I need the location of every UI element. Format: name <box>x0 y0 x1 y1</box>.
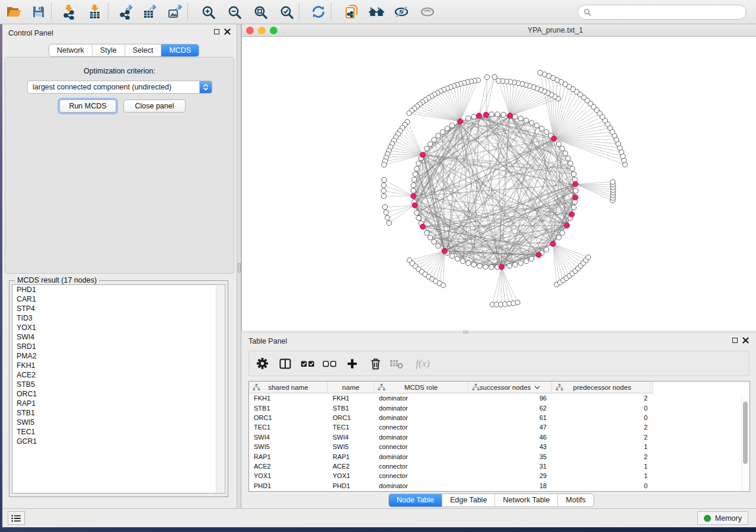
cell-role: connector <box>374 424 468 431</box>
table-row[interactable]: ACE2ACE2connector311 <box>249 462 749 471</box>
cell-shared: RAP1 <box>249 453 328 460</box>
mcds-result-item[interactable]: STB1 <box>12 408 225 418</box>
mcds-result-item[interactable]: GCR1 <box>12 437 225 446</box>
table-row[interactable]: RAP1RAP1dominator352 <box>249 451 749 461</box>
import-table-icon[interactable] <box>87 3 104 21</box>
column-header-successor-nodes[interactable]: successor nodes <box>468 382 552 393</box>
hide-annotations-icon[interactable] <box>393 3 410 21</box>
mcds-result-item[interactable]: TEC1 <box>12 427 225 437</box>
mcds-result-item[interactable]: ORC1 <box>12 389 225 399</box>
mcds-result-item[interactable]: STB5 <box>12 380 225 389</box>
column-header-name[interactable]: name <box>328 382 374 393</box>
zoom-out-icon[interactable] <box>225 3 243 21</box>
mcds-result-item[interactable]: SWI4 <box>12 332 225 342</box>
apply-layout-icon[interactable] <box>310 3 327 21</box>
memory-status-icon <box>704 515 711 522</box>
show-columns-icon[interactable] <box>278 357 292 371</box>
node-table[interactable]: shared namenameMCDS rolesuccessor nodesp… <box>248 381 750 492</box>
zoom-selected-icon[interactable] <box>277 3 295 21</box>
control-panel-tabs: NetworkStyleSelectMCDS <box>49 44 199 57</box>
deselect-all-rows-icon[interactable] <box>323 357 337 371</box>
scrollbar-thumb[interactable] <box>743 402 748 464</box>
table-panel-title: Table Panel <box>248 337 287 345</box>
delete-table-icon[interactable] <box>390 357 404 371</box>
select-stepper-icon <box>199 81 212 93</box>
import-network-icon[interactable] <box>60 3 78 21</box>
mcds-result-item[interactable]: FKH1 <box>12 361 225 370</box>
toolbar-separator <box>108 4 109 20</box>
mcds-result-item[interactable]: PHD1 <box>12 285 225 294</box>
mcds-result-item[interactable]: TID3 <box>12 313 225 323</box>
cell-name: ACE2 <box>328 463 374 470</box>
vertical-splitter[interactable] <box>237 24 241 508</box>
cell-role: dominator <box>374 405 468 412</box>
float-window-icon[interactable] <box>732 338 738 343</box>
search-box[interactable] <box>578 5 747 20</box>
mcds-result-item[interactable]: RAP1 <box>12 399 225 408</box>
export-network-icon[interactable] <box>117 3 135 21</box>
mcds-result-item[interactable]: SRD1 <box>12 342 225 351</box>
column-header-predecessor-nodes[interactable]: predecessor nodes <box>552 382 653 393</box>
network-titlebar[interactable]: YPA_prune.txt_1 <box>242 24 756 37</box>
table-settings-gear-icon[interactable] <box>255 357 269 371</box>
tab-select[interactable]: Select <box>125 44 161 56</box>
home-icon[interactable] <box>368 3 385 21</box>
network-canvas[interactable] <box>242 37 756 331</box>
mcds-result-item[interactable]: STP4 <box>12 304 225 313</box>
table-row[interactable]: ORC1ORC1dominator610 <box>249 413 749 422</box>
tab-motifs[interactable]: Motifs <box>557 494 593 507</box>
hierarchy-icon <box>556 383 563 391</box>
table-row[interactable]: PHD1PHD1dominator180 <box>249 481 749 491</box>
memory-button[interactable]: Memory <box>697 511 748 525</box>
cell-role: dominator <box>374 434 468 441</box>
close-icon[interactable] <box>224 28 231 35</box>
splitter-handle[interactable] <box>238 263 241 273</box>
column-header-MCDS-role[interactable]: MCDS role <box>374 382 468 393</box>
close-panel-button[interactable]: Close panel <box>123 100 186 113</box>
show-annotations-icon[interactable] <box>419 3 436 21</box>
search-input[interactable] <box>595 7 741 17</box>
cell-role: connector <box>374 472 468 479</box>
tab-style[interactable]: Style <box>92 44 125 56</box>
function-builder-icon[interactable]: f(x) <box>412 357 433 371</box>
tab-edge-table[interactable]: Edge Table <box>442 494 495 507</box>
task-history-button[interactable] <box>8 511 25 525</box>
save-session-icon[interactable] <box>30 3 47 21</box>
run-mcds-button[interactable]: Run MCDS <box>59 100 116 113</box>
zoom-fit-icon[interactable] <box>251 3 269 21</box>
zoom-in-icon[interactable] <box>199 3 217 21</box>
cell-role: dominator <box>374 414 468 421</box>
cell-name: PHD1 <box>328 482 374 489</box>
table-row[interactable]: YOX1YOX1connector291 <box>249 471 749 480</box>
delete-column-trash-icon[interactable] <box>368 357 382 371</box>
criterion-select[interactable]: largest connected component (undirected) <box>27 81 212 94</box>
create-column-icon[interactable] <box>345 357 359 371</box>
table-row[interactable]: FKH1FKH1dominator962 <box>249 393 749 403</box>
export-image-icon[interactable] <box>166 3 184 21</box>
tab-network[interactable]: Network <box>49 44 92 56</box>
mcds-result-item[interactable]: CAR1 <box>12 294 225 304</box>
cell-succ: 43 <box>468 443 552 450</box>
scrollbar-track[interactable] <box>741 394 749 491</box>
tab-network-table[interactable]: Network Table <box>495 494 557 507</box>
mcds-result-item[interactable]: PMA2 <box>12 351 225 361</box>
tab-node-table[interactable]: Node Table <box>389 494 442 507</box>
open-file-icon[interactable] <box>5 3 23 21</box>
scrollbar-track[interactable] <box>216 286 224 492</box>
sort-desc-icon[interactable] <box>534 385 540 390</box>
column-header-shared-name[interactable]: shared name <box>249 382 328 393</box>
export-table-icon[interactable] <box>141 3 159 21</box>
table-row[interactable]: STB1STB1dominator620 <box>249 403 749 412</box>
new-network-file-icon[interactable] <box>343 3 361 21</box>
float-window-icon[interactable] <box>214 29 219 34</box>
tab-mcds[interactable]: MCDS <box>161 44 199 56</box>
close-icon[interactable] <box>742 337 749 344</box>
table-row[interactable]: SWI4SWI4dominator462 <box>249 432 749 442</box>
mcds-result-item[interactable]: ACE2 <box>12 370 225 380</box>
mcds-result-item[interactable]: YOX1 <box>12 323 225 332</box>
select-all-rows-icon[interactable] <box>301 357 315 371</box>
table-row[interactable]: SWI5SWI5connector431 <box>249 442 749 451</box>
mcds-result-item[interactable]: SWI5 <box>12 418 225 427</box>
table-row[interactable]: TEC1TEC1connector472 <box>249 422 749 432</box>
mcds-result-list[interactable]: PHD1CAR1STP4TID3YOX1SWI4SRD1PMA2FKH1ACE2… <box>12 284 225 493</box>
